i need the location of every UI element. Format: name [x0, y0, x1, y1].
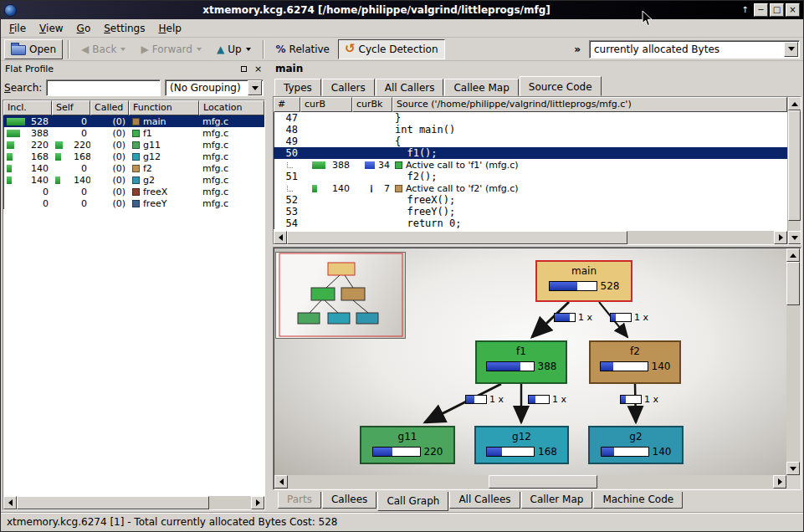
- search-input[interactable]: [46, 79, 161, 96]
- column-header-curbk[interactable]: curBk: [352, 97, 392, 112]
- column-header-function[interactable]: Function: [129, 100, 199, 115]
- call-graph-canvas[interactable]: main 528 f1 388 f2 140 g11 220 g12 168: [274, 248, 786, 475]
- forward-button[interactable]: ▶ Forward: [134, 39, 208, 59]
- scroll-down-button[interactable]: [788, 231, 801, 244]
- forward-dropdown-icon[interactable]: [197, 48, 202, 51]
- open-button[interactable]: Open: [4, 39, 63, 59]
- scroll-left-button[interactable]: [3, 496, 17, 509]
- event-type-combo-dropdown[interactable]: [784, 42, 798, 57]
- app-icon[interactable]: [4, 4, 17, 17]
- scrollbar-thumb[interactable]: [489, 475, 597, 489]
- source-call-line[interactable]: 140 7 Active call to 'f2' (mfg.c): [274, 182, 787, 194]
- column-header-incl[interactable]: Incl.: [3, 100, 52, 115]
- window-titlebar[interactable]: xtmemory.kcg.6274 [/home/philippe/valgri…: [1, 1, 803, 19]
- up-button[interactable]: ▲ Up: [210, 39, 258, 59]
- maximize-button[interactable]: □: [770, 3, 784, 17]
- source-line[interactable]: 52 freeX();: [274, 194, 787, 206]
- column-header-curb[interactable]: curB: [300, 97, 352, 112]
- graph-node-g12[interactable]: g12 168: [474, 426, 569, 464]
- scrollbar-thumb[interactable]: [287, 231, 627, 244]
- tab-all-callees[interactable]: All Callees: [449, 492, 520, 509]
- graph-overview-map[interactable]: [275, 252, 406, 339]
- back-dropdown-icon[interactable]: [120, 48, 125, 51]
- scrollbar-track[interactable]: [17, 496, 251, 509]
- event-type-combo[interactable]: currently allocated Bytes: [589, 40, 800, 59]
- tab-machine-code[interactable]: Machine Code: [593, 492, 683, 509]
- scroll-up-button[interactable]: [788, 97, 801, 110]
- dock-header[interactable]: Flat Profile ×: [1, 61, 267, 76]
- minimize-button[interactable]: −: [754, 3, 768, 17]
- back-button[interactable]: ◀ Back: [74, 39, 132, 59]
- graph-node-g11[interactable]: g11 220: [360, 426, 455, 464]
- tab-all-callers[interactable]: All Callers: [376, 79, 444, 96]
- tab-callee-map[interactable]: Callee Map: [444, 79, 518, 96]
- source-hscrollbar[interactable]: [274, 231, 787, 244]
- scroll-right-button[interactable]: [774, 231, 787, 244]
- relative-toggle-button[interactable]: % Relative: [269, 39, 336, 59]
- scrollbar-track[interactable]: [287, 231, 774, 244]
- column-header-called[interactable]: Called: [90, 100, 129, 115]
- scrollbar-track[interactable]: [786, 262, 800, 462]
- menu-file[interactable]: File: [3, 20, 33, 37]
- source-line[interactable]: 51 f2();: [274, 171, 787, 182]
- table-row-g2[interactable]: 140 140 (0) g2 mfg.c: [3, 174, 264, 186]
- grouping-combo-dropdown[interactable]: [248, 80, 262, 95]
- source-line[interactable]: 53 freeY();: [274, 206, 787, 217]
- graph-node-f1[interactable]: f1 388: [475, 340, 567, 384]
- scrollbar-thumb[interactable]: [17, 496, 209, 509]
- graph-vscrollbar[interactable]: [786, 248, 800, 475]
- graph-node-g2[interactable]: g2 140: [588, 426, 684, 464]
- menu-view[interactable]: View: [33, 20, 69, 37]
- table-row-freeX[interactable]: 0 0 (0) freeX mfg.c: [3, 186, 264, 197]
- column-header-self[interactable]: Self: [52, 100, 90, 115]
- tab-callers[interactable]: Callers: [322, 79, 375, 96]
- column-header-location[interactable]: Location: [199, 100, 264, 115]
- shade-button[interactable]: ↑: [738, 3, 752, 17]
- table-row-f1[interactable]: 388 0 (0) f1 mfg.c: [3, 127, 264, 139]
- scrollbar-thumb[interactable]: [788, 110, 801, 221]
- scrollbar-track[interactable]: [788, 110, 801, 231]
- source-line[interactable]: 47}: [274, 112, 787, 124]
- grouping-combo[interactable]: (No Grouping): [165, 79, 264, 96]
- column-header-line[interactable]: #: [274, 97, 300, 112]
- table-row-g12[interactable]: 168 168 (0) g12 mfg.c: [3, 151, 264, 162]
- table-row-main[interactable]: 528 0 (0) main mfg.c: [3, 115, 264, 127]
- scrollbar-thumb[interactable]: [786, 262, 800, 305]
- close-button[interactable]: ×: [786, 3, 800, 17]
- flat-profile-hscrollbar[interactable]: [3, 496, 264, 509]
- scroll-left-button[interactable]: [274, 475, 288, 489]
- up-dropdown-icon[interactable]: [246, 48, 251, 51]
- tab-call-graph[interactable]: Call Graph: [377, 492, 448, 511]
- cycle-detection-toggle-button[interactable]: ↺ Cycle Detection: [338, 39, 444, 59]
- table-row-f2[interactable]: 140 0 (0) f2 mfg.c: [3, 162, 264, 174]
- scroll-left-button[interactable]: [274, 231, 287, 244]
- dock-close-button[interactable]: ×: [252, 63, 264, 74]
- menu-help[interactable]: Help: [151, 20, 187, 37]
- table-row-g11[interactable]: 220 220 (0) g11 mfg.c: [3, 139, 264, 151]
- dock-float-button[interactable]: [238, 63, 250, 74]
- source-line[interactable]: 49{: [274, 136, 787, 147]
- scroll-right-button[interactable]: [251, 496, 264, 509]
- scrollbar-track[interactable]: [288, 475, 773, 489]
- menu-go[interactable]: Go: [70, 20, 98, 37]
- column-header-source[interactable]: Source ('/home/philippe/valgrind/littlep…: [392, 97, 787, 112]
- source-line-selected[interactable]: 50 f1();: [274, 147, 787, 159]
- source-line[interactable]: 48int main(): [274, 124, 787, 136]
- scroll-right-button[interactable]: [773, 475, 786, 489]
- tab-callees[interactable]: Callees: [322, 492, 376, 509]
- scroll-down-button[interactable]: [786, 462, 800, 475]
- tab-types[interactable]: Types: [274, 79, 321, 96]
- source-call-line[interactable]: 388 34 Active call to 'f1' (mfg.c): [274, 159, 787, 171]
- tab-source-code[interactable]: Source Code: [520, 76, 602, 96]
- toolbar-overflow-chevron[interactable]: »: [571, 43, 584, 55]
- tab-parts[interactable]: Parts: [278, 492, 321, 509]
- scroll-up-button[interactable]: [786, 248, 800, 262]
- menu-settings[interactable]: Settings: [97, 20, 151, 37]
- tab-caller-map[interactable]: Caller Map: [521, 492, 593, 509]
- graph-node-f2[interactable]: f2 140: [589, 340, 681, 384]
- graph-hscrollbar[interactable]: [274, 475, 786, 489]
- source-vscrollbar[interactable]: [787, 97, 801, 244]
- source-line[interactable]: 54 return 0;: [274, 217, 787, 229]
- graph-node-main[interactable]: main 528: [535, 260, 632, 302]
- table-row-freeY[interactable]: 0 0 (0) freeY mfg.c: [3, 197, 264, 209]
